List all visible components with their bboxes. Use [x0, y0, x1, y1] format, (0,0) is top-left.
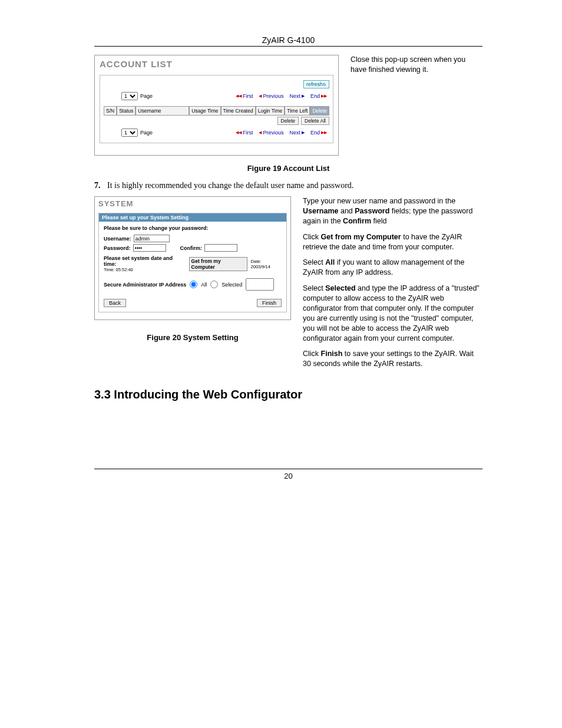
change-password-label: Please be sure to change your password:	[104, 225, 282, 231]
system-title: SYSTEM	[98, 199, 287, 208]
end-link-top[interactable]: End ▶▶	[310, 93, 327, 99]
step-7-number: 7.	[94, 181, 107, 190]
ip-selected-label: Selected	[222, 282, 242, 288]
side2-p1: Type your new user name and password in …	[303, 196, 482, 226]
confirm-label: Confirm:	[180, 245, 203, 251]
secure-ip-label: Secure Administrator IP Address	[104, 282, 186, 288]
figure-20-caption: Figure 20 System Setting	[94, 333, 291, 342]
account-list-screenshot: ACCOUNT LIST refresh↻ 1 Page ◀◀ First	[94, 55, 339, 156]
th-status: Status	[117, 106, 135, 116]
side2-p4: Select Selected and type the IP address …	[303, 284, 482, 343]
username-field[interactable]	[134, 235, 170, 242]
time-value: Time: 05:52:40	[104, 267, 186, 272]
page-select-bottom[interactable]: 1	[121, 129, 138, 137]
ip-address-field[interactable]	[246, 278, 274, 291]
th-login: Login Time	[256, 106, 285, 116]
page-label-top: Page	[140, 93, 153, 99]
password-label: Password:	[104, 245, 131, 251]
ip-selected-radio[interactable]	[210, 281, 218, 288]
next-link-bottom[interactable]: Next ▶	[289, 130, 305, 136]
refresh-icon: ↻	[323, 83, 326, 87]
get-from-computer-button[interactable]: Get from my Computer	[189, 257, 247, 271]
username-label: Username:	[104, 236, 131, 242]
header-product: ZyAIR G-4100	[94, 35, 482, 45]
ip-all-radio[interactable]	[190, 281, 197, 288]
refresh-label: refresh	[306, 81, 323, 87]
first-link-top[interactable]: ◀◀ First	[236, 93, 253, 99]
end-icon: ▶▶	[321, 94, 327, 98]
section-3-3-heading: 3.3 Introducing the Web Configurator	[94, 388, 482, 401]
th-username: Username	[135, 106, 189, 116]
end-link-bottom[interactable]: End ▶▶	[310, 130, 327, 136]
step-7: 7. It is highly recommended you change t…	[94, 181, 482, 190]
th-sn: S/N	[104, 106, 117, 116]
set-date-label: Please set system date and time:	[104, 255, 186, 267]
first-link-bottom[interactable]: ◀◀ First	[236, 130, 253, 136]
th-left: Time Left	[285, 106, 310, 116]
th-delete[interactable]: Delete	[310, 106, 329, 116]
previous-icon: ◀	[259, 94, 262, 98]
page-select-top[interactable]: 1	[121, 92, 138, 100]
th-created: Time Created	[221, 106, 256, 116]
finish-button[interactable]: Finish	[257, 299, 282, 307]
ip-all-label: All	[201, 282, 207, 288]
next-link-top[interactable]: Next ▶	[289, 93, 305, 99]
step-7-text: It is highly recommended you change the …	[107, 181, 482, 190]
figure-19-caption: Figure 19 Account List	[94, 164, 482, 173]
date-value: Date: 2003/9/14	[251, 259, 282, 269]
system-bar: Please set up your System Setting	[99, 213, 286, 222]
close-popup-text: Close this pop-up screen when you have f…	[351, 55, 482, 75]
first-icon: ◀◀	[236, 94, 242, 98]
next-icon: ▶	[302, 94, 305, 98]
back-button[interactable]: Back	[104, 299, 126, 307]
password-field[interactable]	[133, 244, 166, 252]
page-footer: 20	[94, 469, 482, 480]
page-number: 20	[94, 472, 482, 480]
delete-all-button[interactable]: Delete All	[301, 117, 329, 125]
th-usage: Usage Time	[189, 106, 220, 116]
footer-rule	[94, 469, 482, 469]
account-list-title: ACCOUNT LIST	[100, 59, 333, 69]
previous-link-top[interactable]: ◀ Previous	[259, 93, 283, 99]
account-table-headers: S/N Status Username Usage Time Time Crea…	[104, 106, 329, 116]
refresh-button[interactable]: refresh↻	[303, 80, 329, 88]
page-label-bottom: Page	[140, 130, 153, 136]
confirm-field[interactable]	[204, 244, 237, 252]
delete-button[interactable]: Delete	[277, 117, 299, 125]
system-setting-screenshot: SYSTEM Please set up your System Setting…	[94, 196, 291, 320]
previous-link-bottom[interactable]: ◀ Previous	[259, 130, 283, 136]
side2-p3: Select All if you want to allow manageme…	[303, 258, 482, 278]
side2-p5: Click Finish to save your settings to th…	[303, 349, 482, 369]
side2-p2: Click Get from my Computer to have the Z…	[303, 232, 482, 252]
header-rule	[94, 46, 482, 47]
